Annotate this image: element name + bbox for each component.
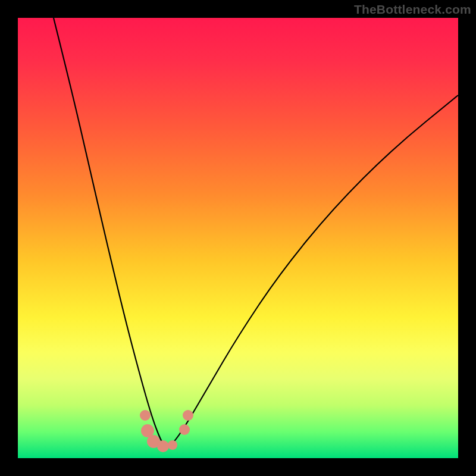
highlight-dots-layer [18,18,458,458]
highlight-dot [168,440,177,450]
highlight-dot [179,424,190,435]
highlight-dot [157,440,169,452]
highlight-dot [183,410,193,421]
attribution-label: TheBottleneck.com [354,2,471,17]
chart-frame: TheBottleneck.com [0,0,476,476]
highlight-dot [140,410,151,421]
